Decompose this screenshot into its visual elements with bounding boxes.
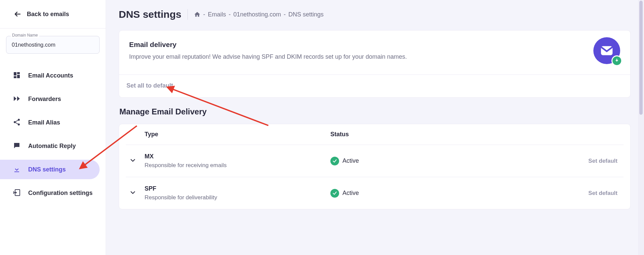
check-icon [330,157,339,165]
sidebar-item-label: Email Alias [28,119,60,126]
sidebar-item-label: Configuration settings [28,190,93,197]
domain-input[interactable] [6,36,100,54]
svg-rect-2 [17,75,20,78]
svg-rect-0 [14,72,16,75]
sidebar-item-label: DNS settings [28,166,66,173]
record-type: SPF [145,185,330,192]
sidebar-item-email-alias[interactable]: Email Alias [0,113,100,132]
sidebar-item-label: Automatic Reply [28,143,76,150]
check-icon [330,189,339,198]
chevron-down-icon[interactable] [129,189,139,198]
breadcrumb-domain[interactable]: 01nethosting.com [233,11,281,18]
sidebar-item-label: Forwarders [28,96,61,103]
main-content: DNS settings - Emails - 01nethosting.com… [106,0,644,255]
mail-delivery-icon [593,37,620,64]
sidebar-item-forwarders[interactable]: Forwarders [0,89,100,109]
records-table: Type Status MX Responsible for receiving… [119,124,631,209]
table-row: SPF Responsible for deliverability Activ… [126,177,624,209]
install-icon [13,189,21,197]
scrollbar[interactable] [638,0,644,255]
manage-section-title: Manage Email Delivery [119,107,631,116]
record-type: MX [145,153,330,160]
status-text: Active [342,157,359,164]
set-default-button[interactable]: Set default [588,190,618,196]
domain-field-label: Domain Name [11,33,39,38]
sidebar-item-configuration-settings[interactable]: Configuration settings [0,183,100,203]
record-desc: Responsible for deliverability [145,194,330,201]
back-label: Back to emails [27,11,69,18]
sidebar-item-automatic-reply[interactable]: Automatic Reply [0,136,100,156]
svg-point-4 [18,119,20,121]
set-all-to-default-button[interactable]: Set all to default [126,82,173,89]
svg-rect-3 [14,76,16,78]
fast-forward-icon [13,95,21,103]
header-type: Type [129,131,330,138]
svg-point-6 [18,123,20,125]
set-default-button[interactable]: Set default [588,158,618,164]
sidebar-item-label: Email Accounts [28,72,73,79]
download-icon [13,165,21,174]
sidebar-item-email-accounts[interactable]: Email Accounts [0,66,100,85]
chat-icon [13,142,21,150]
status-text: Active [342,190,359,197]
sidebar-item-dns-settings[interactable]: DNS settings [0,160,100,179]
share-icon [13,118,21,127]
chevron-down-icon[interactable] [129,157,139,165]
home-icon[interactable] [194,11,201,18]
dashboard-icon [13,71,21,80]
sidebar-nav: Email Accounts Forwarders Email Alias Au… [0,66,106,207]
breadcrumb: - Emails - 01nethosting.com - DNS settin… [194,11,324,18]
download-tick-icon [611,55,622,66]
domain-field-wrapper: Domain Name [6,36,100,54]
breadcrumb-current: DNS settings [288,11,324,18]
divider [187,9,188,20]
back-to-emails[interactable]: Back to emails [0,0,106,29]
header-status: Status [330,131,471,138]
svg-rect-1 [17,72,20,74]
sidebar: Back to emails Domain Name Email Account… [0,0,106,255]
record-desc: Responsible for receiving emails [145,162,330,169]
breadcrumb-emails[interactable]: Emails [208,11,226,18]
card-title: Email delivery [129,41,580,49]
table-header: Type Status [126,124,624,145]
page-title: DNS settings [119,9,181,20]
card-description: Improve your email reputation! We advise… [129,53,580,60]
arrow-left-icon [13,10,21,18]
header: DNS settings - Emails - 01nethosting.com… [119,9,631,20]
svg-point-5 [14,121,16,123]
email-delivery-card: Email delivery Improve your email reputa… [119,30,631,98]
table-row: MX Responsible for receiving emails Acti… [126,145,624,177]
